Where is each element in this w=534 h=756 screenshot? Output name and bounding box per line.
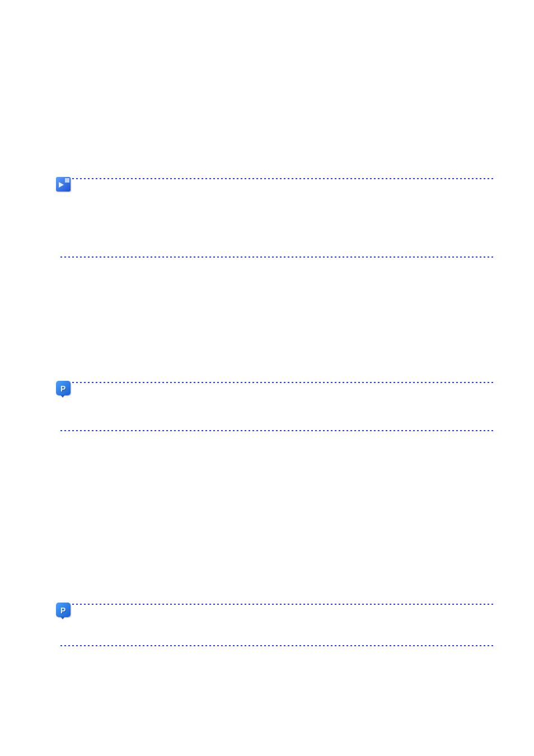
p-bubble-icon: P: [56, 603, 71, 617]
document-body: P P: [56, 162, 495, 647]
divider: [59, 644, 495, 647]
section-row: [56, 255, 495, 259]
section-row: [56, 644, 495, 647]
section-row: [56, 177, 495, 180]
divider: [59, 603, 495, 606]
divider: [59, 177, 495, 180]
divider: [59, 381, 495, 384]
section-row: P: [56, 381, 495, 400]
p-letter: P: [60, 382, 65, 395]
p-letter: P: [60, 604, 65, 617]
divider: [59, 255, 495, 259]
p-bubble-icon: P: [56, 381, 71, 395]
divider: [59, 429, 495, 432]
note-arrow-icon: [56, 177, 71, 192]
section-row: P: [56, 603, 495, 619]
section-row: [56, 429, 495, 432]
